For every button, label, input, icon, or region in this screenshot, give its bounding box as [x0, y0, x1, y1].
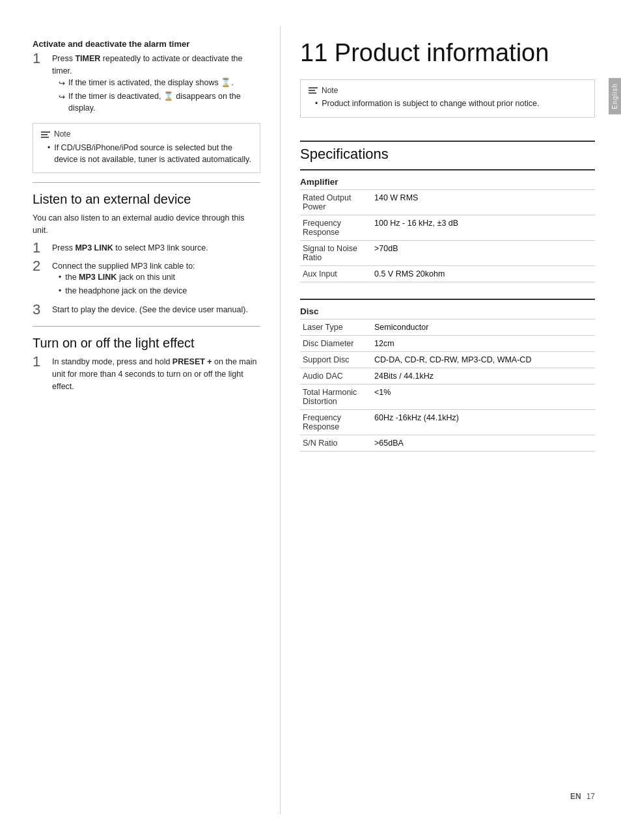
spec-label: Aux Input — [300, 265, 372, 282]
step-number-1: 1 — [33, 51, 47, 66]
alarm-step1-text1: Press — [52, 54, 75, 63]
spec-value: CD-DA, CD-R, CD-RW, MP3-CD, WMA-CD — [372, 351, 595, 368]
listen-section: Listen to an external device You can als… — [33, 192, 260, 317]
note-icon — [41, 131, 50, 138]
spec-value: >65dBA — [372, 435, 595, 451]
listen-step-1: 1 Press MP3 LINK to select MP3 link sour… — [33, 242, 260, 255]
spec-value: 0.5 V RMS 20kohm — [372, 265, 595, 282]
light-step1-bold: PRESET + — [172, 357, 212, 366]
light-step-num-1: 1 — [33, 355, 47, 369]
chapter-title: 11 Product information — [300, 39, 595, 68]
right-note-label: Note — [322, 85, 338, 96]
right-note-box: Note • Product information is subject to… — [300, 79, 595, 118]
spec-title: Specifications — [300, 146, 595, 163]
spec-label: Frequency Response — [300, 215, 372, 240]
right-note-bullet: • Product information is subject to chan… — [315, 98, 586, 110]
footer: EN 17 — [570, 792, 595, 801]
listen-body: You can also listen to an external audio… — [33, 212, 260, 237]
listen-step2-text: Connect the supplied MP3 link cable to: — [52, 262, 195, 271]
alarm-note-text: If CD/USB/iPhone/iPod source is selected… — [54, 142, 252, 165]
alarm-note-label: Note — [54, 129, 70, 140]
divider-2 — [33, 326, 260, 327]
right-column: English 11 Product information Note • Pr… — [280, 26, 621, 814]
table-row: Disc Diameter12cm — [300, 335, 595, 351]
spec-value: 60Hz -16kHz (44.1kHz) — [372, 409, 595, 435]
bullet-sym-2: • — [59, 272, 61, 283]
listen-step2-content: Connect the supplied MP3 link cable to: … — [52, 260, 260, 299]
footer-lang: EN — [570, 792, 581, 801]
disc-heading: Disc — [300, 306, 595, 316]
divider-1 — [33, 182, 260, 183]
alarm-section: Activate and deactivate the alarm timer … — [33, 39, 260, 173]
spec-value: 100 Hz - 16 kHz, ±3 dB — [372, 215, 595, 240]
right-note-header: Note — [309, 85, 586, 96]
spec-label: Total Harmonic Distortion — [300, 384, 372, 409]
listen-step-num-2: 2 — [33, 259, 47, 273]
listen-step-3: 3 Start to play the device. (See the dev… — [33, 304, 260, 317]
spec-value: 24Bits / 44.1kHz — [372, 368, 595, 384]
table-row: Frequency Response60Hz -16kHz (44.1kHz) — [300, 409, 595, 435]
table-row: Support DiscCD-DA, CD-R, CD-RW, MP3-CD, … — [300, 351, 595, 368]
light-step1-content: In standby mode, press and hold PRESET +… — [52, 356, 260, 392]
listen-heading: Listen to an external device — [33, 192, 260, 207]
alarm-note-header: Note — [41, 129, 252, 140]
listen-step-num-3: 3 — [33, 303, 47, 317]
bullet-sym-3: • — [59, 286, 61, 297]
spec-value: <1% — [372, 384, 595, 409]
alarm-step1-content: Press TIMER repeatedly to activate or de… — [52, 53, 260, 116]
spec-label: Disc Diameter — [300, 335, 372, 351]
alarm-arrow1: ↪ If the timer is activated, the display… — [59, 77, 260, 89]
spec-divider-top — [300, 141, 595, 142]
listen-bullet1-text: the MP3 LINK jack on this unit — [65, 272, 175, 284]
amplifier-divider — [300, 169, 595, 170]
light-step-1: 1 In standby mode, press and hold PRESET… — [33, 356, 260, 392]
spec-label: Laser Type — [300, 319, 372, 335]
alarm-note-bullet: • If CD/USB/iPhone/iPod source is select… — [48, 142, 252, 165]
left-column: Activate and deactivate the alarm timer … — [0, 26, 280, 814]
table-row: Signal to Noise Ratio>70dB — [300, 240, 595, 265]
arrow-sym-2: ↪ — [59, 92, 65, 103]
light-section: Turn on or off the light effect 1 In sta… — [33, 336, 260, 392]
chapter-title-text: Product information — [335, 39, 549, 66]
right-note-text: Product information is subject to change… — [322, 98, 539, 110]
listen-step1-content: Press MP3 LINK to select MP3 link source… — [52, 242, 260, 254]
table-row: Audio DAC24Bits / 44.1kHz — [300, 368, 595, 384]
spec-label: Frequency Response — [300, 409, 372, 435]
light-step1-text1: In standby mode, press and hold — [52, 357, 172, 366]
footer-page: 17 — [586, 792, 595, 801]
spec-label: Signal to Noise Ratio — [300, 240, 372, 265]
amplifier-heading: Amplifier — [300, 177, 595, 187]
amplifier-table: Rated Output Power140 W RMSFrequency Res… — [300, 189, 595, 282]
table-row: Rated Output Power140 W RMS — [300, 189, 595, 215]
spec-label: Audio DAC — [300, 368, 372, 384]
spec-value: Semiconductor — [372, 319, 595, 335]
alarm-note-box: Note • If CD/USB/iPhone/iPod source is s… — [33, 123, 260, 173]
listen-step-num-1: 1 — [33, 241, 47, 255]
spec-label: Rated Output Power — [300, 189, 372, 215]
spec-value: 12cm — [372, 335, 595, 351]
side-tab: English — [609, 78, 621, 115]
alarm-arrow1-text: If the timer is activated, the display s… — [68, 77, 234, 89]
table-row: Aux Input0.5 V RMS 20kohm — [300, 265, 595, 282]
listen-bullet-2: • the headphone jack on the device — [59, 286, 260, 297]
table-row: Laser TypeSemiconductor — [300, 319, 595, 335]
alarm-arrow2-text: If the timer is deactivated, ⌛ disappear… — [68, 91, 260, 114]
disc-divider — [300, 299, 595, 300]
spec-value: >70dB — [372, 240, 595, 265]
spec-label: Support Disc — [300, 351, 372, 368]
chapter-number: 11 — [300, 39, 327, 66]
alarm-arrow2: ↪ If the timer is deactivated, ⌛ disappe… — [59, 91, 260, 114]
listen-bullet2-text: the headphone jack on the device — [65, 286, 187, 297]
table-row: Total Harmonic Distortion<1% — [300, 384, 595, 409]
spec-value: 140 W RMS — [372, 189, 595, 215]
table-row: S/N Ratio>65dBA — [300, 435, 595, 451]
listen-bullet-1: • the MP3 LINK jack on this unit — [59, 272, 260, 284]
listen-step1-bold: MP3 LINK — [75, 243, 113, 252]
bullet-sym: • — [48, 142, 50, 154]
right-bullet-sym: • — [315, 98, 318, 109]
arrow-sym-1: ↪ — [59, 78, 65, 89]
light-heading: Turn on or off the light effect — [33, 336, 260, 351]
disc-table: Laser TypeSemiconductorDisc Diameter12cm… — [300, 319, 595, 452]
table-row: Frequency Response100 Hz - 16 kHz, ±3 dB — [300, 215, 595, 240]
right-note-icon — [309, 87, 318, 94]
